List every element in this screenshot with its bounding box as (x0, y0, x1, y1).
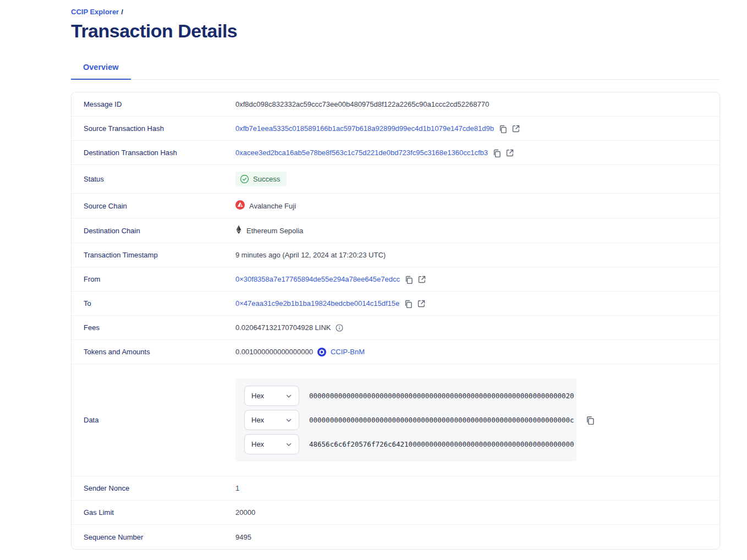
message-id-value: 0xf8dc098c832332ac59ccc73ee00b480975d8f1… (235, 100, 489, 108)
table-row-message-id: Message ID 0xf8dc098c832332ac59ccc73ee00… (72, 92, 719, 117)
source-tx-hash-link[interactable]: 0xfb7e1eea5335c018589166b1ac597b618a9289… (235, 124, 494, 133)
data-hex-box: Hex 000000000000000000000000000000000000… (235, 378, 576, 462)
ccip-bnm-token-icon (317, 348, 326, 356)
row-label: Tokens and Amounts (72, 341, 235, 363)
page-title: Transaction Details (71, 20, 720, 42)
row-label: Source Transaction Hash (72, 118, 235, 139)
table-row-tokens: Tokens and Amounts 0.001000000000000000 … (72, 340, 719, 364)
timestamp-value: 9 minutes ago (April 12, 2024 at 17:20:2… (235, 251, 386, 259)
hex-format-select[interactable]: Hex (244, 386, 299, 406)
dest-chain-name: Ethereum Sepolia (246, 227, 303, 235)
row-label: Message ID (72, 94, 235, 115)
external-link-icon[interactable] (506, 149, 514, 157)
tab-overview[interactable]: Overview (71, 63, 131, 80)
table-row-dest-chain: Destination Chain Ethereum Sepolia (72, 218, 719, 243)
table-row-data: Data Hex 0000000000000000000000000000000… (72, 364, 719, 476)
hex-format-label: Hex (251, 440, 264, 448)
row-label: To (72, 293, 235, 314)
data-hex-value: 0000000000000000000000000000000000000000… (309, 392, 574, 400)
row-label: Destination Chain (72, 220, 235, 241)
dest-tx-hash-link[interactable]: 0xacee3ed2bca16ab5e78be8f563c1c75d221de0… (235, 149, 488, 157)
data-hex-value: 0000000000000000000000000000000000000000… (309, 416, 574, 424)
source-chain-name: Avalanche Fuji (249, 202, 296, 210)
row-label: Fees (72, 317, 235, 338)
chevron-down-icon (285, 441, 292, 448)
table-row-fees: Fees 0.020647132170704928 LINK (72, 316, 719, 340)
row-label: Source Chain (72, 195, 235, 217)
row-label: Destination Transaction Hash (72, 142, 235, 163)
copy-icon[interactable] (404, 299, 413, 308)
tab-bar: Overview (71, 63, 720, 80)
breadcrumb-ccip-explorer-link[interactable]: CCIP Explorer (71, 8, 119, 16)
row-label: Gas Limit (72, 502, 235, 523)
fees-value: 0.020647132170704928 LINK (235, 323, 331, 332)
chevron-down-icon (285, 417, 292, 424)
table-row-dest-tx-hash: Destination Transaction Hash 0xacee3ed2b… (72, 141, 719, 165)
row-label: Transaction Timestamp (72, 244, 235, 266)
check-circle-icon (240, 174, 249, 184)
ccip-bnm-token-link[interactable]: CCIP-BnM (331, 348, 365, 356)
table-row-from: From 0×30f8358a7e17765894de55e294a78ee64… (72, 267, 719, 292)
table-row-source-tx-hash: Source Transaction Hash 0xfb7e1eea5335c0… (72, 117, 719, 141)
chevron-down-icon (285, 393, 292, 399)
transaction-details-page: CCIP Explorer/ Transaction Details Overv… (71, 0, 720, 550)
gas-limit-value: 20000 (235, 508, 255, 517)
table-row-gas-limit: Gas Limit 20000 (72, 501, 719, 525)
row-label: Sequence Number (72, 526, 235, 548)
row-label: Data (72, 409, 235, 431)
avalanche-fuji-icon (235, 200, 245, 211)
info-icon[interactable] (336, 324, 343, 332)
hex-format-label: Hex (251, 416, 264, 424)
external-link-icon[interactable] (418, 275, 426, 284)
from-address-link[interactable]: 0×30f8358a7e17765894de55e294a78ee645e7ed… (235, 275, 400, 283)
hex-format-label: Hex (251, 392, 264, 400)
hex-format-select[interactable]: Hex (244, 434, 299, 454)
breadcrumb: CCIP Explorer/ (71, 8, 720, 16)
status-badge-label: Success (253, 175, 280, 183)
sequence-number-value: 9495 (235, 533, 251, 541)
copy-icon[interactable] (498, 124, 507, 133)
data-line: Hex 48656c6c6f20576f726c6421000000000000… (244, 434, 568, 454)
table-row-sender-nonce: Sender Nonce 1 (72, 476, 719, 501)
token-amount-value: 0.001000000000000000 (235, 348, 313, 356)
row-label: Sender Nonce (72, 477, 235, 499)
to-address-link[interactable]: 0×47eaa31c9e2b1b1ba19824bedcbe0014c15df1… (235, 299, 399, 308)
table-row-timestamp: Transaction Timestamp 9 minutes ago (Apr… (72, 243, 719, 267)
status-badge: Success (235, 172, 287, 186)
table-row-status: Status Success (72, 165, 719, 194)
data-hex-value: 48656c6c6f20576f726c64210000000000000000… (309, 440, 574, 448)
hex-format-select[interactable]: Hex (244, 410, 299, 430)
breadcrumb-separator: / (121, 8, 123, 16)
row-label: Status (72, 168, 235, 190)
sender-nonce-value: 1 (235, 484, 239, 492)
external-link-icon[interactable] (417, 299, 426, 308)
table-row-sequence-number: Sequence Number 9495 (72, 525, 719, 549)
copy-icon[interactable] (585, 415, 595, 425)
data-line: Hex 000000000000000000000000000000000000… (244, 386, 568, 406)
external-link-icon[interactable] (512, 124, 520, 133)
row-label: From (72, 268, 235, 290)
table-row-source-chain: Source Chain Avalanche Fuji (72, 194, 719, 218)
ethereum-sepolia-icon (235, 225, 242, 236)
transaction-detail-table: Message ID 0xf8dc098c832332ac59ccc73ee00… (71, 92, 720, 550)
copy-icon[interactable] (492, 149, 501, 157)
copy-icon[interactable] (404, 275, 413, 284)
table-row-to: To 0×47eaa31c9e2b1b1ba19824bedcbe0014c15… (72, 292, 719, 316)
data-line: Hex 000000000000000000000000000000000000… (244, 410, 568, 430)
